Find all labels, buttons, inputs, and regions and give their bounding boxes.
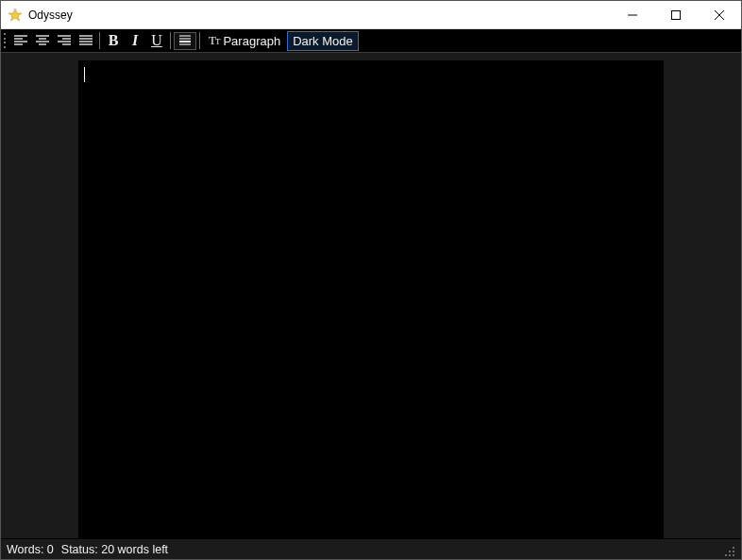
align-center-button[interactable]	[32, 31, 53, 51]
italic-button[interactable]: I	[125, 31, 145, 51]
toolbar-separator	[99, 32, 100, 49]
svg-point-26	[733, 551, 734, 552]
toolbar: B I U TT Paragraph Dark Mode	[1, 29, 741, 53]
window-title: Odyssey	[28, 8, 73, 22]
close-button[interactable]	[698, 1, 741, 29]
toolbar-separator	[170, 32, 171, 49]
svg-rect-1	[672, 10, 681, 19]
statusbar: Words: 0 Status: 20 words left	[1, 538, 741, 559]
text-caret	[84, 67, 85, 82]
word-count: Words: 0	[7, 543, 54, 556]
font-size-icon: TT	[209, 33, 219, 48]
svg-point-29	[733, 554, 734, 556]
svg-point-28	[729, 554, 731, 556]
toolbar-grip[interactable]	[3, 31, 8, 50]
status-text: Status: 20 words left	[61, 543, 168, 556]
bold-icon: B	[109, 32, 119, 49]
align-justify-button[interactable]	[76, 31, 96, 51]
paragraph-style-button[interactable]: TT Paragraph	[203, 31, 286, 51]
align-left-button[interactable]	[10, 31, 31, 51]
svg-point-25	[729, 551, 731, 552]
app-icon	[8, 8, 23, 23]
resize-grip[interactable]	[722, 544, 735, 557]
italic-icon: I	[132, 32, 138, 49]
dark-mode-button[interactable]: Dark Mode	[287, 31, 359, 51]
svg-point-24	[733, 547, 734, 549]
bold-button[interactable]: B	[103, 31, 124, 51]
typewriter-mode-button[interactable]	[174, 32, 196, 50]
svg-point-27	[725, 554, 727, 556]
minimize-button[interactable]	[611, 1, 654, 29]
toolbar-separator	[199, 32, 200, 49]
underline-button[interactable]: U	[146, 31, 167, 51]
titlebar: Odyssey	[1, 1, 741, 29]
align-right-button[interactable]	[54, 31, 75, 51]
paragraph-label: Paragraph	[223, 34, 280, 48]
text-editor[interactable]	[78, 60, 664, 538]
underline-icon: U	[151, 32, 162, 49]
app-window: Odyssey	[0, 0, 742, 560]
dark-mode-label: Dark Mode	[293, 34, 353, 48]
maximize-button[interactable]	[654, 1, 698, 29]
editor-viewport	[1, 53, 741, 538]
